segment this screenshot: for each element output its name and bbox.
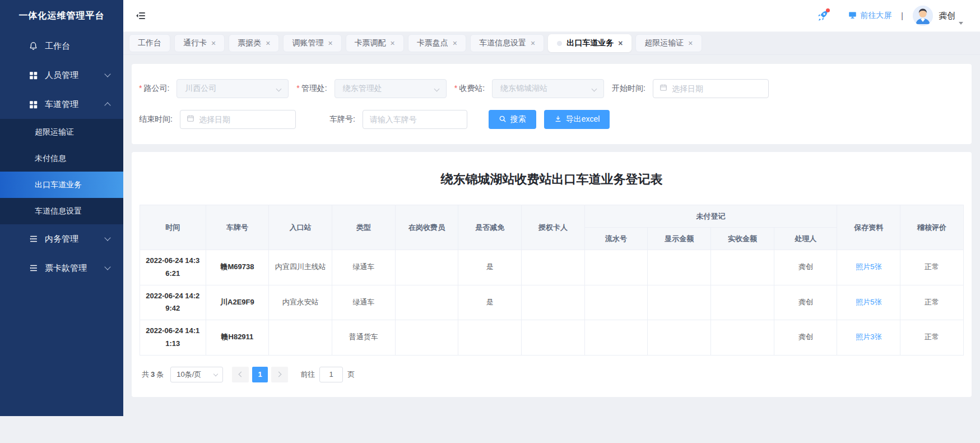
cell-collector	[395, 250, 458, 285]
tab-overlimit-permit[interactable]: 超限运输证 ×	[635, 34, 702, 52]
road-company-select[interactable]: 川西公司	[177, 79, 289, 98]
tab-exit-lane-business[interactable]: 出口车道业务 ×	[548, 34, 631, 52]
cell-entry-station: 内宜永安站	[269, 285, 332, 320]
tab-lane-info-settings[interactable]: 车道信息设置 ×	[470, 34, 544, 52]
col-header-handler: 处理人	[774, 228, 837, 250]
start-time-input[interactable]	[672, 84, 762, 93]
username: 龚创	[939, 11, 963, 21]
cell-display-amount	[648, 285, 711, 320]
export-excel-button[interactable]: 导出excel	[544, 110, 610, 129]
total-count-label: 共3条	[142, 370, 164, 380]
sidebar-item-overlimit-permit[interactable]: 超限运输证	[0, 119, 123, 145]
table-row: 2022-06-24 14:11:13 赣H82911 普通货车 龚创 照片3	[140, 320, 964, 356]
cell-display-amount	[648, 250, 711, 285]
cell-authorized-by	[522, 320, 585, 356]
cell-plate: 川A2E9F9	[206, 285, 269, 320]
toll-station-select[interactable]: 绕东锦城湖站	[492, 79, 604, 98]
sidebar-item-personnel[interactable]: 人员管理	[0, 61, 123, 90]
sidebar-item-label: 人员管理	[45, 70, 78, 81]
col-header-saved-files: 保存资料	[837, 205, 900, 250]
header-divider: |	[901, 11, 903, 20]
cell-authorized-by	[522, 250, 585, 285]
close-icon[interactable]: ×	[688, 39, 693, 47]
calendar-icon	[659, 84, 667, 94]
col-header-type: 类型	[332, 205, 395, 250]
cell-received-amount	[711, 320, 774, 356]
chevron-left-icon	[239, 372, 244, 377]
cell-plate: 赣H82911	[206, 320, 269, 356]
app-title: 一体化运维管理平台	[0, 0, 123, 31]
notification-rocket-icon[interactable]	[814, 8, 830, 24]
tab-invoice-type[interactable]: 票据类 ×	[229, 34, 279, 52]
grid-icon	[28, 70, 39, 81]
sidebar-item-lane-management[interactable]: 车道管理	[0, 90, 123, 119]
cell-handler: 龚创	[774, 250, 837, 285]
search-button[interactable]: 搜索	[489, 110, 536, 129]
close-icon[interactable]: ×	[211, 39, 216, 47]
close-icon[interactable]: ×	[391, 39, 395, 47]
page-number-1[interactable]: 1	[252, 367, 268, 382]
chevron-down-icon	[213, 371, 218, 376]
start-time-picker[interactable]	[653, 79, 769, 98]
goto-label: 前往	[300, 370, 315, 380]
cell-serial-no	[584, 320, 648, 356]
sidebar-item-ticket-card-money[interactable]: 票卡款管理	[0, 253, 123, 283]
cell-collector	[395, 320, 458, 356]
goto-page-group: 前往 页	[300, 367, 355, 382]
col-header-plate: 车牌号	[206, 205, 269, 250]
start-time-label: 开始时间:	[612, 84, 645, 94]
tab-card-ticket-allocation[interactable]: 卡票调配 ×	[346, 34, 404, 52]
close-icon[interactable]: ×	[618, 39, 623, 47]
close-icon[interactable]: ×	[453, 39, 457, 47]
sidebar-item-label: 内务管理	[45, 234, 78, 244]
close-icon[interactable]: ×	[328, 39, 332, 47]
next-page-button[interactable]	[271, 367, 288, 382]
notification-dot	[826, 8, 830, 12]
chevron-down-icon	[276, 86, 282, 92]
page-size-select[interactable]: 10条/页	[170, 367, 223, 382]
table-row: 2022-06-24 14:29:42 川A2E9F9 内宜永安站 绿通车 是 …	[140, 285, 964, 320]
sidebar-item-unpaid-info[interactable]: 未付信息	[0, 145, 123, 172]
sidebar-item-internal-affairs[interactable]: 内务管理	[0, 224, 123, 253]
cell-entry-station: 内宜四川主线站	[269, 250, 332, 285]
user-menu[interactable]: 龚创	[913, 6, 963, 26]
photos-link[interactable]: 照片3张	[837, 320, 900, 356]
tab-account-adjustment[interactable]: 调账管理 ×	[283, 34, 341, 52]
go-big-screen-link[interactable]: 前往大屏	[848, 11, 891, 21]
sidebar-item-lane-info-settings[interactable]: 车道信息设置	[0, 198, 123, 224]
tab-workbench[interactable]: 工作台	[129, 34, 170, 52]
plate-no-input[interactable]	[370, 115, 460, 124]
cell-type: 绿通车	[332, 250, 395, 285]
close-icon[interactable]: ×	[266, 39, 270, 47]
end-time-input[interactable]	[199, 115, 289, 124]
end-time-picker[interactable]	[180, 110, 296, 129]
road-company-label: *路公司:	[139, 84, 169, 94]
col-header-display-amount: 显示金额	[648, 228, 711, 250]
close-icon[interactable]: ×	[531, 39, 535, 47]
top-header: 前往大屏 | 龚创	[123, 0, 980, 31]
sidebar-fold-icon[interactable]	[133, 8, 148, 23]
tab-card-ticket-inventory[interactable]: 卡票盘点 ×	[408, 34, 466, 52]
col-header-serial-no: 流水号	[584, 228, 648, 250]
sidebar-item-workbench[interactable]: 工作台	[0, 31, 123, 61]
prev-page-button[interactable]	[232, 367, 249, 382]
app-window: 一体化运维管理平台 工作台 人员管理	[0, 0, 980, 416]
tab-pass-card[interactable]: 通行卡 ×	[174, 34, 225, 52]
sidebar-item-label: 车道管理	[45, 99, 78, 110]
search-icon	[499, 115, 507, 124]
photos-link[interactable]: 照片5张	[837, 250, 900, 285]
active-tab-dot	[557, 41, 562, 46]
photos-link[interactable]: 照片5张	[837, 285, 900, 320]
sidebar-item-exit-lane-business[interactable]: 出口车道业务	[0, 172, 123, 198]
goto-page-input[interactable]	[319, 367, 343, 382]
cell-received-amount	[711, 285, 774, 320]
sidebar-item-label: 工作台	[45, 41, 70, 52]
page-content: *路公司: 川西公司 *管理处: 绕东管理处	[123, 55, 980, 416]
calendar-icon	[187, 114, 194, 124]
goto-suffix: 页	[347, 370, 355, 380]
main-area: 前往大屏 | 龚创	[123, 0, 980, 416]
management-office-select[interactable]: 绕东管理处	[335, 79, 447, 98]
grid-icon	[28, 99, 39, 110]
cell-authorized-by	[522, 285, 585, 320]
cell-audit: 正常	[900, 285, 964, 320]
